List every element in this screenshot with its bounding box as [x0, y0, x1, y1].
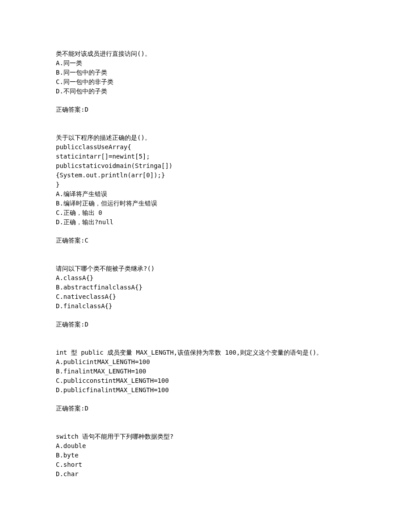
option-d: D.finalclassA{}: [56, 302, 355, 311]
question-block-5: switch 语句不能用于下列哪种数据类型? A.double B.byte C…: [56, 432, 355, 479]
code-line: {System.out.println(arr[0]);}: [56, 171, 355, 180]
question-stem: 请问以下哪个类不能被子类继承?(): [56, 264, 355, 273]
question-block-2: 关于以下程序的描述正确的是()。 publicclassUseArray{ st…: [56, 133, 355, 245]
question-stem: int 型 public 成员变量 MAX_LENGTH,该值保持为常数 100…: [56, 348, 355, 357]
code-line: staticintarr[]=newint[5];: [56, 152, 355, 161]
question-stem: 类不能对该成员进行直接访问()。: [56, 49, 355, 59]
question-block-3: 请问以下哪个类不能被子类继承?() A.classA{} B.abstractf…: [56, 264, 355, 329]
option-a: A.编译将产生错误: [56, 189, 355, 199]
question-stem: 关于以下程序的描述正确的是()。: [56, 133, 355, 142]
correct-answer: 正确答案:D: [56, 105, 355, 114]
option-d: D.char: [56, 469, 355, 479]
option-d: D.不同包中的子类: [56, 87, 355, 96]
correct-answer: 正确答案:D: [56, 320, 355, 329]
question-block-1: 类不能对该成员进行直接访问()。 A.同一类 B.同一包中的子类 C.同一包中的…: [56, 49, 355, 114]
code-line: publicstaticvoidmain(Stringa[]): [56, 161, 355, 171]
option-b: B.finalintMAX_LENGTH=100: [56, 367, 355, 376]
option-c: C.同一包中的非子类: [56, 77, 355, 87]
option-a: A.publicintMAX_LENGTH=100: [56, 357, 355, 367]
option-b: B.编译时正确，但运行时将产生错误: [56, 199, 355, 208]
option-b: B.byte: [56, 451, 355, 460]
option-b: B.abstractfinalclassA{}: [56, 283, 355, 292]
option-a: A.同一类: [56, 59, 355, 68]
option-c: C.nativeclassA{}: [56, 292, 355, 302]
code-line: }: [56, 180, 355, 189]
option-d: D.正确，输出?null: [56, 218, 355, 227]
correct-answer: 正确答案:D: [56, 404, 355, 413]
option-c: C.publicconstintMAX_LENGTH=100: [56, 376, 355, 385]
code-line: publicclassUseArray{: [56, 142, 355, 152]
option-a: A.classA{}: [56, 273, 355, 283]
option-b: B.同一包中的子类: [56, 68, 355, 77]
option-d: D.publicfinalintMAX_LENGTH=100: [56, 385, 355, 395]
question-stem: switch 语句不能用于下列哪种数据类型?: [56, 432, 355, 441]
option-a: A.double: [56, 441, 355, 451]
correct-answer: 正确答案:C: [56, 236, 355, 245]
option-c: C.正确，输出 0: [56, 208, 355, 218]
option-c: C.short: [56, 460, 355, 469]
question-block-4: int 型 public 成员变量 MAX_LENGTH,该值保持为常数 100…: [56, 348, 355, 413]
